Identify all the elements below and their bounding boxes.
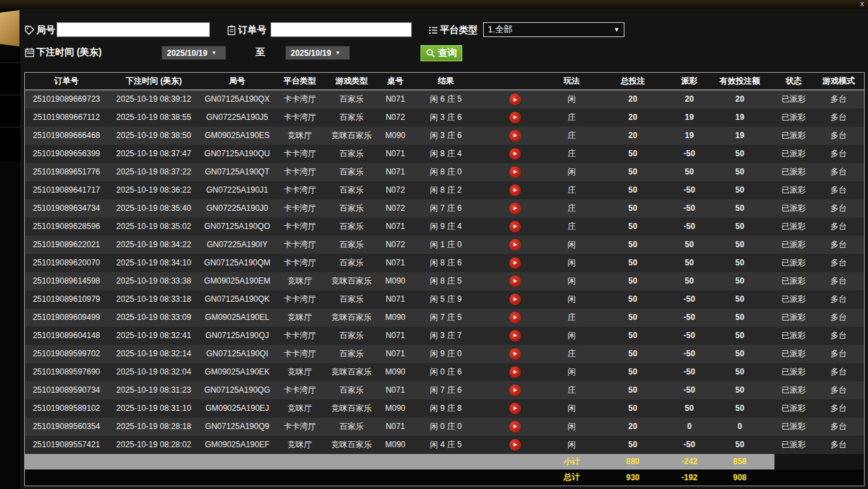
table-row: 2510190896094992025-10-19 08:33:09GM0902… bbox=[25, 308, 865, 327]
game-type: 百家乐 bbox=[325, 181, 379, 199]
replay-play-icon[interactable]: ▶ bbox=[509, 148, 521, 160]
replay-play-icon[interactable]: ▶ bbox=[509, 203, 521, 214]
bet-time: 2025-10-19 08:37:47 bbox=[108, 145, 200, 163]
platform-type: 卡卡湾厅 bbox=[275, 108, 325, 127]
total-bet: 50 bbox=[593, 290, 674, 308]
round-label: 局号 bbox=[36, 24, 55, 36]
play-method: 庄 bbox=[551, 345, 593, 363]
platform-type: 卡卡湾厅 bbox=[275, 236, 325, 254]
replay-play-icon[interactable]: ▶ bbox=[509, 130, 521, 141]
status: 已派彩 bbox=[774, 163, 813, 181]
play-method: 庄 bbox=[551, 127, 593, 145]
chevron-down-icon: ▼ bbox=[211, 50, 217, 56]
valid-bet: 50 bbox=[706, 308, 774, 327]
replay-cell: ▶ bbox=[480, 381, 551, 399]
result: 闲 3 庄 6 bbox=[412, 127, 480, 145]
order-number: 251019089590734 bbox=[25, 381, 108, 399]
date-to-button[interactable]: 2025/10/19 ▼ bbox=[285, 46, 350, 60]
replay-play-icon[interactable]: ▶ bbox=[509, 275, 521, 287]
table-row: 2510190896145982025-10-19 08:33:38GM0902… bbox=[25, 272, 865, 290]
game-mode: 多台 bbox=[813, 436, 865, 454]
status: 已派彩 bbox=[774, 90, 813, 108]
replay-play-icon[interactable]: ▶ bbox=[509, 312, 521, 323]
replay-play-icon[interactable]: ▶ bbox=[509, 330, 521, 341]
replay-cell: ▶ bbox=[480, 163, 551, 181]
close-icon[interactable]: x bbox=[861, 0, 865, 8]
round-input[interactable] bbox=[57, 22, 210, 37]
replay-play-icon[interactable]: ▶ bbox=[509, 185, 521, 196]
column-header: 局号 bbox=[200, 73, 275, 90]
bet-time: 2025-10-19 08:33:09 bbox=[108, 308, 200, 327]
payout: -50 bbox=[674, 145, 706, 163]
valid-bet: 0 bbox=[706, 418, 774, 436]
platform-type: 卡卡湾厅 bbox=[275, 163, 325, 181]
result: 闲 3 庄 6 bbox=[412, 108, 480, 127]
total-bet: 20 bbox=[593, 90, 674, 108]
folder-tab-fragment bbox=[0, 10, 20, 46]
replay-cell: ▶ bbox=[480, 181, 551, 199]
game-mode: 多台 bbox=[813, 127, 865, 145]
replay-play-icon[interactable]: ▶ bbox=[509, 257, 521, 269]
replay-play-icon[interactable]: ▶ bbox=[509, 239, 521, 251]
bet-time: 2025-10-19 08:33:18 bbox=[108, 290, 200, 308]
replay-play-icon[interactable]: ▶ bbox=[509, 294, 521, 305]
result: 闲 3 庄 7 bbox=[412, 327, 480, 345]
replay-cell: ▶ bbox=[480, 236, 551, 254]
replay-play-icon[interactable]: ▶ bbox=[509, 439, 521, 451]
replay-play-icon[interactable]: ▶ bbox=[509, 403, 521, 414]
table-number: N071 bbox=[379, 290, 412, 308]
column-header: 下注时间 (美东) bbox=[108, 73, 200, 90]
replay-play-icon[interactable]: ▶ bbox=[509, 385, 521, 396]
round-number: GN07125A190QI bbox=[200, 345, 275, 363]
valid-bet: 50 bbox=[706, 218, 774, 236]
round-number: GN07125A190QO bbox=[200, 218, 275, 236]
round-number: GN07125A190QT bbox=[200, 163, 275, 181]
total-bet: 20 bbox=[593, 108, 674, 127]
table-number: N072 bbox=[379, 181, 412, 199]
to-label: 至 bbox=[256, 46, 265, 59]
column-header: 结果 bbox=[412, 73, 480, 90]
game-type: 百家乐 bbox=[325, 254, 379, 272]
order-number: 251019089634734 bbox=[25, 199, 108, 218]
valid-bet: 50 bbox=[706, 199, 774, 218]
status: 已派彩 bbox=[774, 127, 813, 145]
replay-play-icon[interactable]: ▶ bbox=[509, 366, 521, 378]
replay-cell: ▶ bbox=[480, 418, 551, 436]
replay-cell: ▶ bbox=[480, 308, 551, 327]
order-number: 251019089669723 bbox=[25, 90, 108, 108]
order-input[interactable] bbox=[270, 22, 412, 37]
total-bet: 20 bbox=[593, 127, 674, 145]
status: 已派彩 bbox=[774, 145, 813, 163]
game-mode: 多台 bbox=[813, 218, 865, 236]
column-header: 总投注 bbox=[593, 73, 674, 90]
platform-type: 卡卡湾厅 bbox=[275, 381, 325, 399]
replay-play-icon[interactable]: ▶ bbox=[509, 94, 521, 105]
total-label: 总计 bbox=[551, 469, 593, 486]
column-header: 游戏类型 bbox=[325, 73, 379, 90]
table-number: N071 bbox=[379, 345, 412, 363]
replay-play-icon[interactable]: ▶ bbox=[509, 166, 521, 178]
valid-bet: 50 bbox=[706, 290, 774, 308]
replay-play-icon[interactable]: ▶ bbox=[509, 112, 521, 123]
replay-play-icon[interactable]: ▶ bbox=[509, 348, 521, 360]
payout: 50 bbox=[674, 272, 706, 290]
game-mode: 多台 bbox=[813, 272, 865, 290]
bet-time: 2025-10-19 08:35:40 bbox=[108, 199, 200, 218]
payout: 19 bbox=[674, 108, 706, 127]
platform-select[interactable]: 1.全部 ▼ bbox=[483, 22, 624, 37]
payout: -50 bbox=[674, 199, 706, 218]
table-number: N071 bbox=[379, 381, 412, 399]
payout: 50 bbox=[674, 163, 706, 181]
order-number: 251019089656399 bbox=[25, 145, 108, 163]
status: 已派彩 bbox=[774, 272, 813, 290]
platform-type: 卡卡湾厅 bbox=[275, 145, 325, 163]
bet-time: 2025-10-19 08:38:55 bbox=[108, 108, 200, 127]
result: 闲 7 庄 5 bbox=[412, 308, 480, 327]
date-from-button[interactable]: 2025/10/19 ▼ bbox=[161, 46, 226, 60]
table-header-row: 订单号下注时间 (美东)局号平台类型游戏类型桌号结果玩法总投注派彩有效投注额状态… bbox=[25, 73, 865, 90]
replay-play-icon[interactable]: ▶ bbox=[509, 221, 521, 232]
query-button[interactable]: 查询 bbox=[421, 45, 462, 61]
replay-play-icon[interactable]: ▶ bbox=[509, 421, 521, 432]
game-type: 竞咪百家乐 bbox=[325, 399, 379, 418]
table-number: N071 bbox=[379, 90, 412, 108]
